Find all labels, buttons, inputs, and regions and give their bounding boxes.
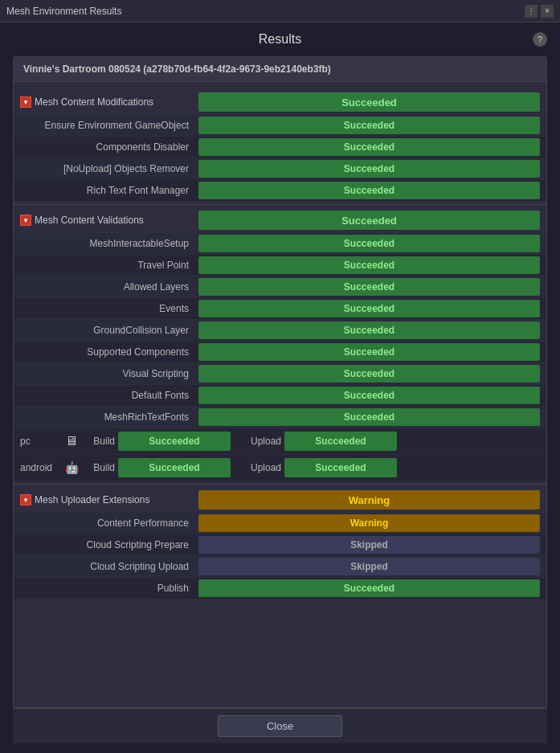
pc-upload-status: Succeeded [284,432,397,451]
close-window-button[interactable]: × [541,5,554,18]
toggle-validations[interactable]: ▼ [20,215,31,226]
section-header-row: ▼ Mesh Uploader Extensions Warning [14,488,546,512]
content-area: ▼ Mesh Content Modifications Succeeded E… [14,82,546,607]
item-label: Components Disabler [14,141,198,153]
results-panel: Vinnie's Dartroom 080524 (a278b70d-fb64-… [13,56,547,708]
section-mesh-uploader-extensions: ▼ Mesh Uploader Extensions Warning Conte… [14,488,546,599]
item-status: Succeeded [198,579,540,597]
build-label-pc: Build [83,436,115,447]
build-label-android: Build [83,462,115,473]
main-container: Results ? Vinnie's Dartroom 080524 (a278… [0,23,560,753]
list-item: [NoUpload] Objects Remover Succeeded [14,158,546,179]
page-title: Results ? [13,32,547,47]
item-label: Supported Components [14,346,198,358]
list-item: Supported Components Succeeded [14,342,546,362]
android-upload-status: Succeeded [284,458,397,477]
item-label: Cloud Scripting Upload [14,561,198,572]
list-item: Cloud Scripting Prepare Skipped [14,534,546,555]
item-label: Content Performance [14,518,198,529]
section-mesh-content-validations: ▼ Mesh Content Validations Succeeded Mes… [14,208,546,481]
item-label: Ensure Environment GameObject [14,120,198,131]
item-status: Succeeded [198,235,540,252]
item-label: Rich Text Font Manager [14,185,198,196]
item-label: MeshRichTextFonts [14,411,198,423]
section-header-row: ▼ Mesh Content Validations Succeeded [14,208,546,232]
platform-name-android: android [20,462,60,473]
more-options-button[interactable]: ⋮ [525,5,538,18]
validations-status: Succeeded [198,211,540,230]
toggle-modifications[interactable]: ▼ [20,96,31,108]
toggle-arrow-icon: ▼ [22,217,29,224]
item-status: Succeeded [198,160,540,178]
item-label: Cloud Scripting Prepare [14,539,198,550]
close-bar: Close [13,708,547,743]
item-status: Succeeded [198,117,540,134]
extensions-status: Warning [198,490,540,510]
upload-label-android: Upload [237,462,281,473]
item-label: MeshInteractableSetup [14,238,198,249]
item-label: Publish [14,583,198,594]
list-item: Rich Text Font Manager Succeeded [14,180,546,201]
item-label: Travel Point [14,260,198,271]
item-status: Succeeded [198,408,540,426]
toggle-arrow-icon: ▼ [22,99,29,106]
list-item: Visual Scripting Succeeded [14,363,546,384]
list-item: GroundCollision Layer Succeeded [14,320,546,341]
section-mesh-content-modifications: ▼ Mesh Content Modifications Succeeded E… [14,90,546,201]
title-bar: Mesh Environment Results ⋮ × [0,0,560,23]
extensions-label: Mesh Uploader Extensions [35,494,149,505]
item-status: Succeeded [198,182,540,199]
item-label: [NoUpload] Objects Remover [14,163,198,174]
list-item: Cloud Scripting Upload Skipped [14,556,546,577]
title-bar-title: Mesh Environment Results [6,6,121,17]
validations-label: Mesh Content Validations [35,215,144,226]
item-status: Succeeded [198,278,540,296]
help-icon[interactable]: ? [533,32,547,47]
item-status: Warning [198,514,540,532]
item-status: Succeeded [198,387,540,404]
close-button[interactable]: Close [218,715,342,737]
list-item: Content Performance Warning [14,513,546,534]
android-build-status: Succeeded [118,458,231,477]
item-status: Skipped [198,558,540,575]
pc-icon: 🖥 [60,434,83,448]
toggle-arrow-icon: ▼ [22,497,29,504]
android-icon: 🤖 [60,461,83,474]
item-status: Succeeded [198,343,540,361]
pc-build-status: Succeeded [118,432,231,451]
list-item: MeshRichTextFonts Succeeded [14,407,546,428]
platform-row-android: android 🤖 Build Succeeded Upload Succeed… [14,455,546,481]
platform-row-pc: pc 🖥 Build Succeeded Upload Succeeded [14,428,546,454]
section-header-row: ▼ Mesh Content Modifications Succeeded [14,90,546,114]
upload-label-pc: Upload [237,436,281,447]
toggle-extensions[interactable]: ▼ [20,494,31,505]
panel-header: Vinnie's Dartroom 080524 (a278b70d-fb64-… [14,57,546,82]
list-item: Allowed Layers Succeeded [14,276,546,297]
item-status: Succeeded [198,300,540,317]
list-item: MeshInteractableSetup Succeeded [14,233,546,254]
item-label: Events [14,303,198,314]
list-item: Ensure Environment GameObject Succeeded [14,115,546,136]
item-label: Visual Scripting [14,368,198,379]
list-item: Events Succeeded [14,298,546,319]
modifications-status: Succeeded [198,92,540,112]
title-bar-controls: ⋮ × [525,5,554,18]
item-label: Default Fonts [14,390,198,401]
item-status: Succeeded [198,256,540,274]
list-item: Travel Point Succeeded [14,255,546,276]
modifications-label: Mesh Content Modifications [35,96,153,108]
list-item: Default Fonts Succeeded [14,385,546,406]
list-item: Publish Succeeded [14,578,546,599]
item-label: GroundCollision Layer [14,325,198,336]
item-status: Succeeded [198,138,540,156]
item-status: Succeeded [198,365,540,383]
list-item: Components Disabler Succeeded [14,137,546,158]
item-label: Allowed Layers [14,281,198,293]
item-status: Succeeded [198,321,540,339]
item-status: Skipped [198,536,540,554]
platform-name-pc: pc [20,436,60,447]
